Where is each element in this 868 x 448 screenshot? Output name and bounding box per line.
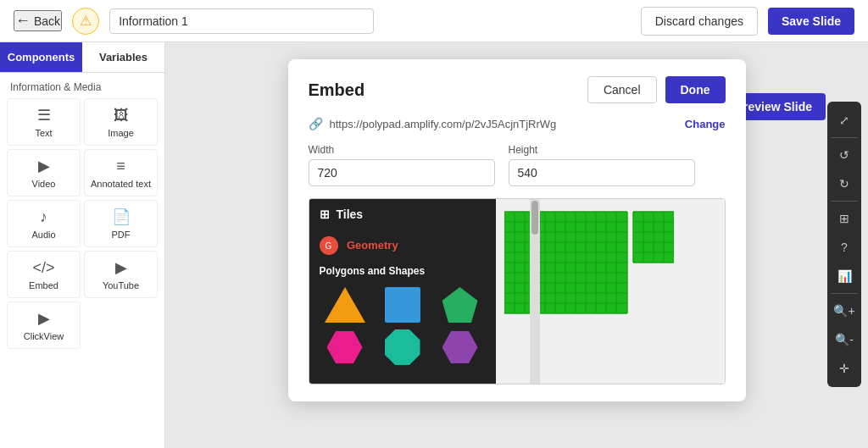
warning-icon: ⚠ [72, 8, 99, 35]
category-name: Geometry [347, 239, 398, 252]
octagon-shape [377, 329, 428, 365]
component-grid: ☰ Text 🖼 Image ▶ Video ≡ Annotated text … [0, 98, 164, 349]
discard-changes-button[interactable]: Discard changes [641, 7, 758, 36]
subcategory-name: Polygons and Shapes [309, 262, 496, 284]
top-bar: ← Back ⚠ Discard changes Save Slide [0, 0, 868, 42]
triangle-shape [320, 287, 370, 323]
component-pdf-label: PDF [112, 230, 131, 240]
component-annotated-text-label: Annotated text [91, 179, 151, 189]
expand-button[interactable]: ⤢ [831, 107, 858, 134]
height-group: Height [509, 144, 695, 186]
image-icon: 🖼 [114, 107, 129, 124]
tiles-panel: ⊞ Tiles G Geometry Polygons and Shapes [309, 199, 496, 384]
height-label: Height [509, 144, 695, 156]
tiles-title: Tiles [337, 207, 364, 221]
undo-button[interactable]: ↺ [831, 141, 858, 169]
video-icon: ▶ [38, 157, 50, 175]
width-label: Width [309, 144, 495, 156]
component-youtube[interactable]: ▶ YouTube [84, 251, 158, 298]
component-embed[interactable]: </> Embed [7, 251, 81, 298]
tab-variables[interactable]: Variables [82, 42, 164, 72]
tab-components[interactable]: Components [0, 42, 82, 72]
component-audio[interactable]: ♪ Audio [7, 200, 81, 247]
right-toolbar: ⤢ ↺ ↻ ⊞ ? 📊 🔍+ 🔍- ✛ [827, 102, 861, 387]
done-button[interactable]: Done [665, 76, 726, 103]
analytics-button[interactable]: 📊 [831, 263, 858, 290]
pdf-icon: 📄 [112, 207, 131, 226]
shapes-grid [309, 284, 496, 372]
tiles-category: G Geometry [309, 230, 496, 262]
component-pdf[interactable]: 📄 PDF [84, 200, 158, 247]
component-clickview[interactable]: ▶ ClickView [7, 301, 81, 349]
component-video-label: Video [32, 179, 56, 189]
cancel-button[interactable]: Cancel [587, 76, 657, 103]
component-video[interactable]: ▶ Video [7, 149, 81, 196]
zoom-out-button[interactable]: 🔍- [831, 326, 858, 353]
triangle-icon [325, 287, 365, 323]
zoom-in-button[interactable]: 🔍+ [831, 297, 858, 324]
link-icon: 🔗 [309, 117, 323, 130]
embed-modal: Embed Cancel Done 🔗 https://polypad.ampl… [288, 59, 746, 401]
save-slide-button[interactable]: Save Slide [768, 8, 854, 35]
embed-url: https://polypad.amplify.com/p/2vJ5AcjnTj… [330, 118, 678, 130]
move-button[interactable]: ✛ [831, 355, 858, 382]
help-button[interactable]: ? [831, 234, 858, 261]
back-button[interactable]: ← Back [14, 10, 62, 31]
grid-button[interactable]: ⊞ [831, 205, 858, 232]
height-input[interactable] [509, 159, 695, 186]
hexagon-purple-icon [442, 331, 478, 363]
tiles-header: ⊞ Tiles [309, 199, 496, 230]
annotated-text-icon: ≡ [116, 158, 125, 175]
component-clickview-label: ClickView [24, 331, 64, 341]
dimensions-row: Width Height [288, 144, 746, 198]
separator-2 [831, 201, 858, 202]
component-text-label: Text [35, 128, 52, 138]
text-icon: ☰ [37, 106, 51, 124]
hexagon-pink-shape [320, 329, 370, 365]
back-label: Back [34, 14, 60, 28]
component-youtube-label: YouTube [103, 280, 139, 290]
modal-title: Embed [309, 80, 365, 100]
component-text[interactable]: ☰ Text [7, 98, 81, 146]
pentagon-icon [442, 287, 478, 323]
geometry-icon: G [320, 236, 338, 255]
component-audio-label: Audio [31, 230, 55, 240]
embed-icon: </> [32, 259, 54, 277]
separator-1 [831, 137, 858, 138]
pentagon-shape [435, 287, 486, 323]
section-title: Information & Media [0, 73, 164, 98]
octagon-icon [385, 329, 420, 365]
redo-button[interactable]: ↻ [831, 170, 858, 197]
component-image[interactable]: 🖼 Image [84, 98, 158, 146]
component-annotated-text[interactable]: ≡ Annotated text [84, 149, 158, 196]
scroll-thumb [531, 201, 538, 235]
hexagon-pink-icon [327, 331, 363, 363]
clickview-icon: ▶ [38, 309, 50, 328]
change-url-button[interactable]: Change [685, 118, 726, 130]
main-area: Preview Slide Embed Cancel Done 🔗 https:… [165, 42, 868, 448]
tiles-grid-icon: ⊞ [320, 207, 330, 221]
audio-icon: ♪ [40, 208, 47, 226]
modal-header: Embed Cancel Done [288, 59, 746, 117]
slide-title-input[interactable] [109, 8, 374, 34]
url-row: 🔗 https://polypad.amplify.com/p/2vJ5Acjn… [288, 117, 746, 144]
embed-preview: ⊞ Tiles G Geometry Polygons and Shapes [309, 198, 726, 384]
tab-row: Components Variables [0, 42, 164, 73]
width-input[interactable] [309, 159, 495, 186]
component-embed-label: Embed [29, 280, 58, 290]
back-arrow-icon: ← [15, 12, 31, 30]
square-icon [385, 287, 420, 323]
youtube-icon: ▶ [115, 258, 127, 277]
component-image-label: Image [108, 128, 134, 138]
hexagon-purple-shape [435, 329, 486, 365]
sidebar: Components Variables Information & Media… [0, 42, 165, 448]
scrollbar[interactable] [530, 199, 540, 384]
square-shape [377, 287, 428, 323]
modal-buttons: Cancel Done [587, 76, 726, 103]
separator-3 [831, 293, 858, 294]
width-group: Width [309, 144, 495, 186]
